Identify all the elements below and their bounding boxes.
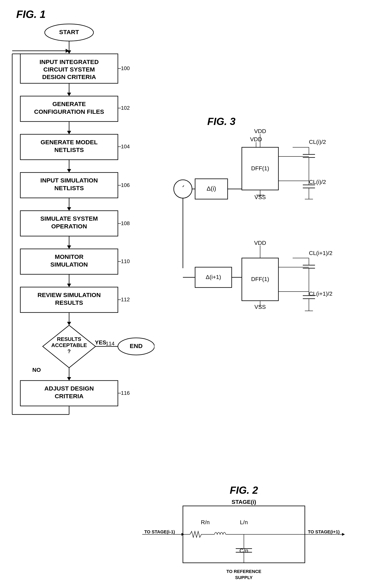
svg-text:SUPPLY: SUPPLY (235, 575, 253, 580)
svg-text:ACCEPTABLE: ACCEPTABLE (51, 342, 87, 348)
svg-text:?: ? (68, 348, 71, 354)
svg-marker-18 (67, 131, 71, 134)
svg-text:RESULTS: RESULTS (57, 336, 81, 342)
svg-text:STAGE(i): STAGE(i) (232, 499, 256, 505)
svg-marker-39 (67, 246, 71, 249)
svg-marker-32 (67, 207, 71, 211)
svg-text:114: 114 (106, 340, 114, 347)
svg-text:OPERATION: OPERATION (51, 223, 87, 230)
svg-text:108: 108 (121, 220, 130, 226)
svg-text:112: 112 (121, 296, 130, 303)
svg-marker-53 (67, 322, 71, 325)
svg-text:VDD: VDD (254, 240, 266, 246)
svg-text:ADJUST DESIGN: ADJUST DESIGN (44, 385, 94, 392)
fig2-svg: FIG. 2 STAGE(i) R/n L/n C/n TO STAGE(i-1… (142, 484, 345, 585)
svg-text:DESIGN CRITERIA: DESIGN CRITERIA (42, 74, 96, 80)
svg-text:START: START (59, 29, 79, 35)
svg-text:NO: NO (32, 367, 41, 373)
svg-text:DFF(1): DFF(1) (251, 276, 269, 282)
svg-text:CL(i)/2: CL(i)/2 (309, 139, 326, 145)
svg-text:VDD: VDD (254, 128, 266, 134)
page: FIG. 1 START INPUT INTEGRATED CIRCUIT SY… (0, 0, 391, 588)
svg-text:CONFIGURATION FILES: CONFIGURATION FILES (34, 108, 104, 115)
svg-text:CRITERIA: CRITERIA (55, 393, 84, 400)
svg-text:YES: YES (95, 339, 106, 346)
svg-text:FIG. 2: FIG. 2 (230, 485, 258, 496)
svg-marker-11 (67, 93, 71, 96)
svg-text:CIRCUIT SYSTEM: CIRCUIT SYSTEM (43, 66, 95, 73)
svg-text:CL(i+1)/2: CL(i+1)/2 (309, 250, 332, 256)
svg-text:110: 110 (121, 258, 130, 264)
flowchart-svg: START INPUT INTEGRATED CIRCUIT SYSTEM DE… (8, 20, 154, 478)
svg-text:CL(i)/2: CL(i)/2 (309, 179, 326, 185)
fig1-title: FIG. 1 (16, 8, 46, 20)
svg-text:100: 100 (121, 65, 130, 71)
svg-text:ˊ: ˊ (181, 185, 185, 194)
svg-marker-25 (67, 169, 71, 172)
svg-text:Δ(i+1): Δ(i+1) (206, 274, 221, 280)
svg-text:Δ(i): Δ(i) (207, 185, 216, 192)
svg-text:R/n: R/n (201, 519, 210, 525)
svg-text:GENERATE MODEL: GENERATE MODEL (40, 139, 98, 146)
svg-text:106: 106 (121, 182, 130, 188)
svg-text:TO STAGE(i-1): TO STAGE(i-1) (144, 529, 175, 534)
svg-text:TO REFERENCE: TO REFERENCE (226, 569, 261, 574)
svg-text:TO STAGE(i+1): TO STAGE(i+1) (308, 529, 340, 534)
svg-marker-66 (67, 377, 71, 381)
svg-text:FIG. 3: FIG. 3 (207, 116, 236, 127)
svg-text:GENERATE: GENERATE (52, 100, 86, 107)
svg-text:END: END (130, 342, 142, 349)
svg-text:DFF(1): DFF(1) (251, 165, 269, 171)
fig3-svg: FIG. 3 ˊ VDD Δ(i) DFF(1) VDD VSS CL(i)/2… (167, 114, 370, 358)
svg-text:SIMULATE SYSTEM: SIMULATE SYSTEM (40, 215, 98, 222)
svg-text:116: 116 (121, 390, 130, 396)
svg-text:NETLISTS: NETLISTS (54, 185, 84, 191)
svg-text:L/n: L/n (240, 519, 248, 525)
svg-marker-46 (67, 284, 71, 287)
svg-text:SIMULATION: SIMULATION (50, 261, 88, 268)
svg-text:104: 104 (121, 143, 130, 150)
svg-text:RESULTS: RESULTS (55, 299, 83, 306)
svg-text:102: 102 (121, 105, 130, 111)
svg-text:REVIEW SIMULATION: REVIEW SIMULATION (37, 292, 100, 298)
svg-text:INPUT SIMULATION: INPUT SIMULATION (40, 177, 98, 184)
svg-text:MONITOR: MONITOR (55, 253, 83, 260)
svg-text:INPUT INTEGRATED: INPUT INTEGRATED (39, 59, 98, 65)
svg-text:NETLISTS: NETLISTS (54, 147, 84, 153)
svg-marker-163 (342, 533, 345, 536)
